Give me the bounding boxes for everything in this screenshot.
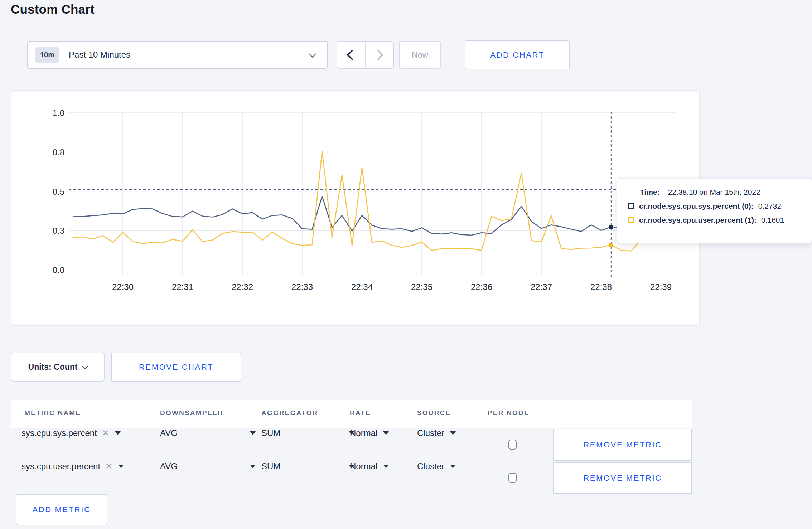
- user-percent-swatch-icon: [628, 217, 634, 223]
- downsampler-select[interactable]: AVG: [160, 428, 256, 438]
- metric-name-value: sys.cpu.sys.percent: [21, 428, 97, 438]
- svg-text:0.8: 0.8: [53, 147, 64, 157]
- units-label: Units: Count: [28, 362, 78, 372]
- chevron-down-icon: [82, 364, 88, 369]
- svg-text:22:36: 22:36: [471, 282, 492, 292]
- aggregator-select[interactable]: SUM: [261, 461, 354, 471]
- metrics-table-header: METRIC NAME DOWNSAMPLER AGGREGATOR RATE …: [11, 400, 692, 428]
- time-range-dropdown[interactable]: 10m Past 10 Minutes: [27, 41, 328, 69]
- source-select[interactable]: Cluster: [417, 428, 456, 438]
- per-node-checkbox[interactable]: [508, 440, 517, 450]
- remove-metric-button[interactable]: REMOVE METRIC: [553, 462, 692, 494]
- caret-down-icon: [450, 431, 456, 435]
- column-header-metric-name: METRIC NAME: [24, 409, 81, 417]
- svg-text:0.5: 0.5: [53, 187, 64, 196]
- svg-text:22:32: 22:32: [232, 282, 253, 292]
- chart-card[interactable]: 0.00.30.50.81.022:3022:3122:3222:3322:34…: [11, 90, 700, 326]
- tooltip-time-value: 22:38:10 on Mar 15th, 2022: [668, 188, 760, 196]
- tooltip-time-row: Time: 22:38:10 on Mar 15th, 2022: [628, 188, 801, 196]
- downsampler-select[interactable]: AVG: [160, 461, 256, 471]
- rate-select[interactable]: Normal: [350, 461, 389, 471]
- units-dropdown[interactable]: Units: Count: [11, 353, 105, 382]
- caret-down-icon: [450, 465, 456, 468]
- caret-down-icon: [383, 465, 389, 468]
- chevron-right-icon: [373, 49, 384, 60]
- aggregator-select[interactable]: SUM: [261, 428, 354, 438]
- aggregator-value: SUM: [261, 428, 280, 438]
- metric-name-select[interactable]: sys.cpu.sys.percent ✕: [21, 428, 121, 438]
- chevron-left-icon: [347, 49, 358, 60]
- time-nav-group: [337, 41, 394, 69]
- column-header-source: SOURCE: [417, 409, 451, 417]
- sys-percent-swatch-icon: [628, 203, 634, 209]
- column-header-rate: RATE: [350, 409, 371, 417]
- chart-tooltip: Time: 22:38:10 on Mar 15th, 2022 cr.node…: [617, 178, 812, 243]
- svg-text:0.3: 0.3: [53, 226, 64, 236]
- time-forward-button[interactable]: [365, 42, 393, 68]
- tooltip-series-row: cr.node.sys.cpu.sys.percent (0): 0.2732: [628, 202, 801, 210]
- svg-text:1.0: 1.0: [53, 108, 64, 118]
- add-chart-button[interactable]: ADD CHART: [465, 40, 570, 69]
- caret-down-icon: [250, 465, 256, 468]
- svg-text:0.0: 0.0: [53, 265, 64, 275]
- add-metric-button[interactable]: ADD METRIC: [16, 494, 107, 525]
- svg-text:22:30: 22:30: [112, 282, 134, 292]
- rate-value: Normal: [350, 461, 377, 471]
- remove-metric-button[interactable]: REMOVE METRIC: [553, 429, 692, 461]
- chevron-down-icon: [309, 50, 316, 58]
- svg-text:22:39: 22:39: [650, 282, 672, 292]
- tooltip-series-value: 0.2732: [758, 202, 781, 210]
- caret-down-icon: [118, 465, 124, 468]
- metric-name-value: sys.cpu.user.percent: [21, 461, 100, 471]
- metric-name-select[interactable]: sys.cpu.user.percent ✕: [21, 461, 124, 471]
- column-header-per-node: PER NODE: [488, 409, 530, 417]
- source-select[interactable]: Cluster: [417, 461, 456, 471]
- tooltip-series-value: 0.1601: [761, 216, 784, 224]
- clear-metric-icon[interactable]: ✕: [102, 428, 109, 438]
- caret-down-icon: [250, 431, 256, 435]
- caret-down-icon: [115, 431, 121, 435]
- column-header-aggregator: AGGREGATOR: [261, 409, 318, 417]
- aggregator-value: SUM: [261, 461, 280, 471]
- time-back-button[interactable]: [337, 42, 365, 68]
- caret-down-icon: [383, 431, 389, 435]
- source-value: Cluster: [417, 461, 444, 471]
- timeseries-chart[interactable]: 0.00.30.50.81.022:3022:3122:3222:3322:34…: [11, 91, 699, 325]
- tooltip-series-label: cr.node.sys.cpu.user.percent (1):: [639, 216, 757, 224]
- tooltip-series-row: cr.node.sys.cpu.user.percent (1): 0.1601: [628, 216, 801, 224]
- rate-select[interactable]: Normal: [350, 428, 389, 438]
- metric-row: sys.cpu.sys.percent ✕ AVG SUM Normal Clu…: [11, 428, 692, 461]
- downsampler-value: AVG: [160, 461, 178, 471]
- svg-text:22:33: 22:33: [291, 282, 313, 292]
- source-value: Cluster: [417, 428, 444, 438]
- svg-text:22:34: 22:34: [351, 282, 373, 292]
- rate-value: Normal: [350, 428, 377, 438]
- downsampler-value: AVG: [160, 428, 178, 438]
- svg-text:22:35: 22:35: [411, 282, 432, 292]
- custom-chart-page: Custom Chart 10m Past 10 Minutes Now ADD…: [0, 0, 812, 529]
- svg-text:22:31: 22:31: [172, 282, 193, 292]
- time-range-badge: 10m: [35, 47, 59, 63]
- now-button[interactable]: Now: [399, 41, 441, 69]
- metric-row: sys.cpu.user.percent ✕ AVG SUM Normal Cl…: [11, 461, 692, 495]
- svg-text:22:37: 22:37: [531, 282, 552, 292]
- page-title: Custom Chart: [11, 2, 95, 16]
- per-node-checkbox[interactable]: [508, 473, 517, 483]
- time-range-label: Past 10 Minutes: [69, 50, 130, 60]
- toolbar-divider: [11, 41, 11, 68]
- tooltip-series-label: cr.node.sys.cpu.sys.percent (0):: [639, 202, 754, 210]
- remove-chart-button[interactable]: REMOVE CHART: [111, 353, 241, 382]
- svg-text:22:38: 22:38: [590, 282, 612, 292]
- tooltip-time-label: Time:: [640, 188, 660, 196]
- clear-metric-icon[interactable]: ✕: [105, 461, 112, 471]
- column-header-downsampler: DOWNSAMPLER: [160, 409, 223, 417]
